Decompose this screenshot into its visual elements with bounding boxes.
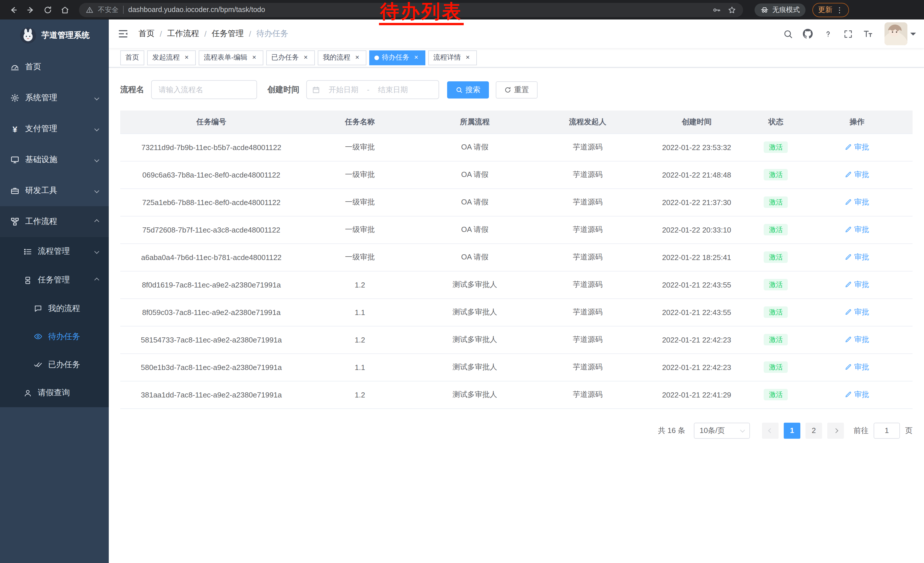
font-size-icon[interactable] xyxy=(862,28,874,39)
col-starter: 流程发起人 xyxy=(532,111,643,134)
cell-starter: 芋道源码 xyxy=(532,326,643,353)
red-annotation-text: 待办列表 xyxy=(379,1,464,25)
approve-link[interactable]: 审批 xyxy=(845,170,869,180)
sidebar-item-process-mgmt[interactable]: 流程管理 xyxy=(0,237,109,266)
sidebar-item-my-process[interactable]: 我的流程 xyxy=(0,294,109,323)
close-icon[interactable]: × xyxy=(250,54,258,62)
tab-done-task[interactable]: 已办任务 × xyxy=(266,50,315,65)
chrome-update-button[interactable]: 更新 ⋮ xyxy=(812,3,849,17)
sidebar-item-infra[interactable]: 基础设施 xyxy=(0,144,109,175)
page-size-select[interactable]: 10条/页 xyxy=(694,422,750,438)
close-icon[interactable]: × xyxy=(183,54,190,62)
close-icon[interactable]: × xyxy=(464,54,472,62)
sidebar-item-leave-query[interactable]: 请假查询 xyxy=(0,378,109,407)
edit-icon xyxy=(845,364,852,371)
eye-icon xyxy=(33,332,42,341)
approve-link[interactable]: 审批 xyxy=(845,335,869,345)
cell-task-id: 725a1eb6-7b88-11ec-8ef0-acde48001122 xyxy=(120,188,303,216)
cell-created: 2022-01-22 20:33:10 xyxy=(643,216,750,243)
fullscreen-icon[interactable] xyxy=(842,28,854,39)
reload-button[interactable] xyxy=(40,2,55,17)
url-text[interactable]: dashboard.yudao.iocoder.cn/bpm/task/todo xyxy=(128,6,265,14)
chevron-down-icon xyxy=(94,96,99,101)
help-icon[interactable] xyxy=(822,28,834,39)
next-page-button[interactable] xyxy=(827,422,844,438)
tags-view-bar: 首页 发起流程 × 流程表单-编辑 × 已办任务 × xyxy=(109,48,924,68)
forward-button[interactable] xyxy=(23,2,38,17)
breadcrumb-home[interactable]: 首页 xyxy=(138,29,154,39)
sidebar-item-workflow[interactable]: 工作流程 xyxy=(0,206,109,237)
approve-link[interactable]: 审批 xyxy=(845,197,869,207)
todo-task-table: 任务编号 任务名称 所属流程 流程发起人 创建时间 状态 操作 73211d9d… xyxy=(120,111,912,408)
page-content: 流程名 创建时间 - 搜索 xyxy=(109,68,924,563)
status-badge: 激活 xyxy=(764,169,788,180)
approve-link[interactable]: 审批 xyxy=(845,252,869,262)
page-button-1[interactable]: 1 xyxy=(784,422,800,438)
avatar[interactable] xyxy=(885,23,908,45)
sidebar-item-todo-task[interactable]: 待办任务 xyxy=(0,323,109,350)
sidebar-item-payment[interactable]: ¥ 支付管理 xyxy=(0,113,109,144)
approve-link[interactable]: 审批 xyxy=(845,225,869,235)
sitemap-icon xyxy=(10,217,20,226)
breadcrumb-current: 待办任务 xyxy=(256,29,288,39)
list-icon xyxy=(23,247,32,256)
chevron-down-icon xyxy=(94,249,99,254)
app-container: 芋道管理系统 首页 系统管理 ¥ 支付管理 xyxy=(0,20,924,563)
user-menu[interactable] xyxy=(885,23,916,45)
goto-page-input[interactable] xyxy=(874,422,900,438)
sidebar-item-home[interactable]: 首页 xyxy=(0,51,109,83)
approve-link[interactable]: 审批 xyxy=(845,362,869,372)
toolbox-icon xyxy=(10,186,20,195)
col-process: 所属流程 xyxy=(417,111,532,134)
top-navbar: 首页 / 工作流程 / 任务管理 / 待办任务 xyxy=(109,20,924,48)
start-date-input[interactable] xyxy=(322,86,364,94)
approve-link[interactable]: 审批 xyxy=(845,142,869,152)
cell-starter: 芋道源码 xyxy=(532,134,643,161)
cell-task-id: 580e1b3d-7ac8-11ec-a9e2-a2380e71991a xyxy=(120,353,303,381)
github-icon[interactable] xyxy=(802,28,813,39)
cell-task-id: 069c6a63-7b8a-11ec-8ef0-acde48001122 xyxy=(120,161,303,188)
page-button-2[interactable]: 2 xyxy=(806,422,822,438)
breadcrumb: 首页 / 工作流程 / 任务管理 / 待办任务 xyxy=(138,29,288,39)
cell-created: 2022-01-22 18:25:41 xyxy=(643,243,750,271)
tab-process-detail[interactable]: 流程详情 × xyxy=(428,50,477,65)
search-icon[interactable] xyxy=(782,28,794,39)
cell-process: 测试多审批人 xyxy=(417,299,532,326)
tab-start-process[interactable]: 发起流程 × xyxy=(147,50,196,65)
update-label[interactable]: 更新 xyxy=(818,5,832,15)
security-label[interactable]: 不安全 xyxy=(98,5,118,15)
sidebar-item-devtools[interactable]: 研发工具 xyxy=(0,175,109,206)
sidebar-collapse-icon[interactable] xyxy=(117,27,129,40)
tab-my-process[interactable]: 我的流程 × xyxy=(318,50,366,65)
sidebar-item-task-mgmt[interactable]: 任务管理 xyxy=(0,266,109,294)
bookmark-star-icon[interactable] xyxy=(728,6,736,14)
create-time-label: 创建时间 xyxy=(267,84,299,95)
browser-menu-icon[interactable]: ⋮ xyxy=(836,6,843,14)
tab-todo-task[interactable]: 待办任务 × xyxy=(369,50,425,65)
close-icon[interactable]: × xyxy=(353,54,361,62)
end-date-input[interactable] xyxy=(372,86,414,94)
approve-link[interactable]: 审批 xyxy=(845,389,869,400)
search-button[interactable]: 搜索 xyxy=(447,81,489,98)
breadcrumb-task-mgmt[interactable]: 任务管理 xyxy=(212,29,244,39)
reset-button[interactable]: 重置 xyxy=(496,81,538,98)
tab-home[interactable]: 首页 xyxy=(120,50,144,65)
date-range-picker[interactable]: - xyxy=(306,80,439,99)
close-icon[interactable]: × xyxy=(302,54,310,62)
process-name-input[interactable] xyxy=(151,80,257,99)
home-button[interactable] xyxy=(57,2,72,17)
sidebar-item-done-task[interactable]: 已办任务 xyxy=(0,350,109,378)
sidebar-item-system[interactable]: 系统管理 xyxy=(0,83,109,113)
tab-process-form-edit[interactable]: 流程表单-编辑 × xyxy=(199,50,263,65)
prev-page-button[interactable] xyxy=(762,422,778,438)
edit-icon xyxy=(845,254,852,261)
back-button[interactable] xyxy=(6,2,21,17)
chat-icon xyxy=(33,304,42,313)
password-key-icon[interactable] xyxy=(712,6,721,14)
breadcrumb-separator: / xyxy=(160,29,162,38)
breadcrumb-workflow[interactable]: 工作流程 xyxy=(167,29,199,39)
approve-link[interactable]: 审批 xyxy=(845,307,869,317)
close-icon[interactable]: × xyxy=(412,54,420,62)
cell-task-name: 1.2 xyxy=(303,326,417,353)
approve-link[interactable]: 审批 xyxy=(845,279,869,290)
